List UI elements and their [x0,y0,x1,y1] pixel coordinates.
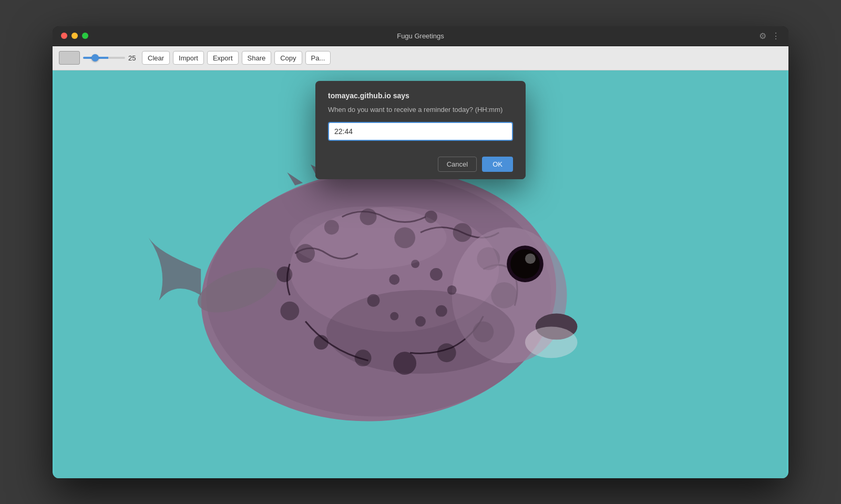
fullscreen-button[interactable] [82,33,88,39]
clear-button[interactable]: Clear [142,51,170,65]
copy-button[interactable]: Copy [274,51,302,65]
traffic-lights [61,33,88,39]
brush-size-slider[interactable] [83,57,125,59]
dialog-time-input[interactable] [328,122,513,141]
dialog-overlay: tomayac.github.io says When do you want … [53,70,788,478]
main-content: tomayac.github.io says When do you want … [53,70,788,478]
menu-icon[interactable]: ⋮ [772,31,780,41]
close-button[interactable] [61,33,67,39]
color-swatch[interactable] [59,51,80,65]
share-button[interactable]: Share [242,51,272,65]
dialog-message: When do you want to receive a reminder t… [328,105,513,115]
slider-value: 25 [128,54,139,62]
paste-button[interactable]: Pa... [305,51,331,65]
title-bar: Fugu Greetings ⚙ ⋮ [53,26,788,46]
minimize-button[interactable] [71,33,78,39]
dialog-title: tomayac.github.io says [328,91,513,100]
browser-window: Fugu Greetings ⚙ ⋮ 25 Clear Import Expor… [53,26,788,478]
dialog-content: tomayac.github.io says When do you want … [315,81,526,149]
window-title: Fugu Greetings [397,32,444,40]
dialog-cancel-button[interactable]: Cancel [438,157,477,172]
dialog-ok-button[interactable]: OK [482,157,513,172]
slider-container: 25 [83,54,139,62]
title-bar-actions: ⚙ ⋮ [759,31,780,41]
toolbar: 25 Clear Import Export Share Copy Pa... [53,46,788,70]
import-button[interactable]: Import [173,51,204,65]
dialog: tomayac.github.io says When do you want … [315,81,526,179]
extensions-icon[interactable]: ⚙ [759,31,766,41]
export-button[interactable]: Export [207,51,239,65]
dialog-buttons: Cancel OK [315,149,526,179]
